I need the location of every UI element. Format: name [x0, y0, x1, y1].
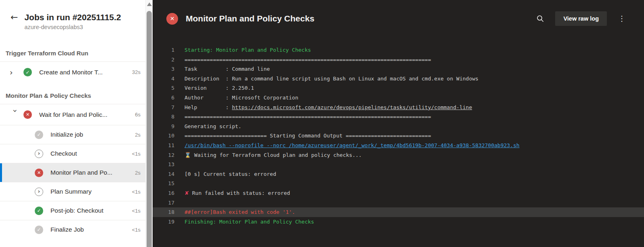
log-line: 7Help : https://docs.microsoft.com/azure… — [153, 103, 644, 112]
step-name: Plan Summary — [50, 188, 132, 195]
log-line: 10========================== Starting Co… — [153, 131, 644, 141]
pipeline-name: azure-devsecopslabs3 — [24, 24, 121, 30]
log-line-number[interactable]: 17 — [153, 198, 174, 208]
back-arrow-icon[interactable]: ← — [10, 12, 18, 23]
step-duration: 2s — [135, 132, 141, 138]
log-line-number[interactable]: 4 — [153, 74, 174, 84]
log-header-actions: View raw log ⋮ — [535, 11, 627, 26]
step-name: Monitor Plan and Po... — [50, 169, 135, 176]
log-line: 3Task : Command line — [153, 64, 644, 74]
step-duration: <1s — [132, 208, 141, 214]
log-line-number[interactable]: 1 — [153, 45, 174, 55]
cross-mark-icon: ✘ — [185, 190, 189, 196]
jobs-sidebar: ← Jobs in run #20251115.2 azure-devsecop… — [0, 0, 153, 247]
log-line: 9Generating script. — [153, 122, 644, 131]
step-row[interactable]: ✓Finalize Job<1s — [0, 220, 153, 239]
status-success-icon: ✓ — [35, 207, 43, 215]
log-line-text: Generating script. — [185, 122, 241, 131]
log-line-text: Version : 2.250.1 — [185, 83, 254, 93]
status-success-muted-icon: ✓ — [35, 131, 43, 139]
chevron-down-icon[interactable]: › — [11, 109, 20, 123]
log-line-number[interactable]: 12 — [153, 150, 174, 160]
status-skipped-icon: › — [35, 150, 43, 158]
log-line-text: Starting: Monitor Plan and Policy Checks — [185, 45, 311, 55]
log-line-number[interactable]: 19 — [153, 217, 174, 227]
log-line-number[interactable]: 7 — [153, 103, 174, 112]
log-line: 16✘ Run failed with status: errored — [153, 188, 644, 198]
status-error-icon: ✕ — [23, 110, 32, 119]
step-error-status-icon: ✕ — [166, 13, 178, 25]
log-line-text: ⌛ Waiting for Terraform Cloud plan and p… — [185, 150, 362, 160]
step-duration: <1s — [132, 151, 141, 157]
status-skipped-icon: › — [35, 188, 43, 196]
status-success-icon: ✓ — [23, 68, 32, 76]
log-line-text: Author : Microsoft Corporation — [185, 93, 298, 103]
status-error-icon: ✕ — [35, 169, 43, 177]
log-line: 13 — [153, 160, 644, 169]
help-link[interactable]: https://docs.microsoft.com/azure/devops/… — [232, 104, 472, 110]
stage-section-header: Monitor Plan & Policy Checks — [0, 87, 153, 104]
log-line-number[interactable]: 16 — [153, 188, 174, 198]
log-line-text: ========================== Starting Comm… — [185, 131, 431, 141]
log-line-number[interactable]: 10 — [153, 131, 174, 141]
job-list: Trigger Terraform Cloud Run›✓Create and … — [0, 45, 153, 239]
log-line-number[interactable]: 13 — [153, 160, 174, 169]
view-raw-log-button[interactable]: View raw log — [555, 11, 607, 26]
step-duration: 2s — [135, 170, 141, 176]
log-line-text: ##[error]Bash exited with code '1'. — [185, 207, 295, 217]
scrollbar-up-arrow-icon[interactable] — [147, 2, 152, 6]
run-title: Jobs in run #20251115.2 — [24, 12, 121, 23]
log-line-number[interactable]: 9 — [153, 122, 174, 131]
job-name: Wait for Plan and Polic... — [39, 111, 135, 118]
log-line: 4Description : Run a command line script… — [153, 74, 644, 84]
log-line-number[interactable]: 14 — [153, 169, 174, 179]
log-line: 14[0 s] Current status: errored — [153, 169, 644, 179]
step-row[interactable]: ✓Post-job: Checkout<1s — [0, 201, 153, 220]
search-icon[interactable] — [535, 13, 545, 24]
log-output: 1Starting: Monitor Plan and Policy Check… — [153, 37, 644, 226]
step-row[interactable]: ✓Initialize job2s — [0, 125, 153, 144]
log-line: 15 — [153, 179, 644, 188]
scrollbar-thumb[interactable] — [147, 11, 152, 247]
log-line: 17 — [153, 198, 644, 208]
job-row[interactable]: ›✕Wait for Plan and Polic...6s — [0, 104, 153, 125]
log-line: 19Finishing: Monitor Plan and Policy Che… — [153, 217, 644, 227]
job-row[interactable]: ›✓Create and Monitor T...32s — [0, 61, 153, 82]
log-line-text: ✘ Run failed with status: errored — [185, 188, 290, 198]
log-line-number[interactable]: 11 — [153, 141, 174, 150]
log-line: 8=======================================… — [153, 112, 644, 122]
step-name: Finalize Job — [50, 226, 132, 233]
log-line: 12⌛ Waiting for Terraform Cloud plan and… — [153, 150, 644, 160]
log-line: 18##[error]Bash exited with code '1'. — [153, 207, 644, 217]
step-duration: <1s — [132, 227, 141, 233]
step-name: Post-job: Checkout — [50, 207, 132, 214]
job-name: Create and Monitor T... — [39, 69, 132, 76]
log-header: ✕ Monitor Plan and Policy Checks View ra… — [153, 0, 644, 37]
log-line-text[interactable]: /usr/bin/bash --noprofile --norc /home/a… — [185, 141, 520, 150]
sidebar-scrollbar[interactable] — [145, 0, 153, 247]
job-duration: 32s — [132, 69, 141, 75]
log-line-text: Description : Run a command line script … — [185, 74, 478, 84]
log-line-number[interactable]: 8 — [153, 112, 174, 122]
log-line-text: Task : Command line — [185, 64, 270, 74]
log-line-text: ========================================… — [185, 112, 431, 122]
log-line-number[interactable]: 3 — [153, 64, 174, 74]
log-line-number[interactable]: 5 — [153, 83, 174, 93]
step-name: Initialize job — [50, 131, 135, 138]
log-line: 5Version : 2.250.1 — [153, 83, 644, 93]
log-line: 11/usr/bin/bash --noprofile --norc /home… — [153, 141, 644, 150]
log-line-number[interactable]: 18 — [153, 207, 174, 217]
step-row[interactable]: ✕Monitor Plan and Po...2s — [0, 163, 153, 182]
step-title: Monitor Plan and Policy Checks — [186, 14, 315, 23]
log-panel: ✕ Monitor Plan and Policy Checks View ra… — [153, 0, 644, 247]
chevron-right-icon[interactable]: › — [10, 68, 23, 77]
log-line-number[interactable]: 2 — [153, 55, 174, 65]
log-line-number[interactable]: 6 — [153, 93, 174, 103]
log-line-text: [0 s] Current status: errored — [185, 169, 276, 179]
hourglass-icon: ⌛ — [185, 152, 191, 158]
step-row[interactable]: ›Plan Summary<1s — [0, 182, 153, 201]
step-row[interactable]: ›Checkout<1s — [0, 144, 153, 163]
log-line-number[interactable]: 15 — [153, 179, 174, 188]
job-duration: 6s — [135, 112, 141, 118]
more-options-kebab-icon[interactable]: ⋮ — [617, 13, 627, 24]
